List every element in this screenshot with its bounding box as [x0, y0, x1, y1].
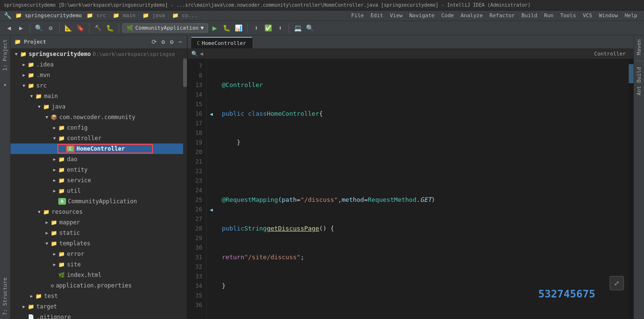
debug-button[interactable]: 🐛: [221, 23, 232, 33]
tree-item-mapper[interactable]: ▶ 📁 mapper: [11, 217, 187, 228]
vcs-push-btn[interactable]: ⬆: [275, 23, 285, 33]
folder-icon: 📁: [28, 304, 34, 310]
toolbar-back-btn[interactable]: ◀: [4, 23, 14, 33]
code-container[interactable]: 7 8 13 14 15 16 17 18 19 20 21 22 23 24 …: [187, 59, 633, 319]
tree-label: test: [44, 293, 58, 299]
toolbar-search-btn[interactable]: 🔍: [33, 23, 44, 33]
tree-path: D:\work\workspace\springse: [93, 51, 175, 57]
tree-item-controller[interactable]: ▼ 📁 controller: [11, 133, 187, 143]
folder-icon: 📁: [20, 51, 27, 57]
folder-icon: 📁: [58, 167, 65, 173]
maven-tab[interactable]: Maven: [634, 35, 644, 59]
vcs-menu[interactable]: VCS: [580, 11, 595, 20]
tree-item-com-nowcoder[interactable]: ▼ 📦 com.nowcoder.community: [11, 112, 187, 122]
folder-icon: 📁: [58, 135, 65, 142]
tree-item-springsecuritydemo[interactable]: ▼ 📁 springsecuritydemo D:\work\workspace…: [11, 49, 187, 59]
ant-build-tab[interactable]: Ant Build: [634, 63, 644, 99]
tree-item-templates[interactable]: ▼ 📁 templates: [11, 238, 187, 249]
toolbar-run-debug-btn[interactable]: 🐛: [105, 23, 115, 33]
coverage-button[interactable]: 📊: [233, 23, 244, 33]
tree-item-idea[interactable]: ▶ 📁 .idea: [11, 59, 187, 70]
tree-item-main[interactable]: ▼ 📁 main: [11, 91, 187, 101]
tree-item-site[interactable]: ▶ 📁 site: [11, 259, 187, 270]
tree-item-target[interactable]: ▶ 📁 target: [11, 301, 187, 312]
folder-icon: 📁: [51, 230, 57, 236]
tree-item-test[interactable]: ▶ 📁 test: [11, 291, 187, 301]
tree-item-static[interactable]: ▶ 📁 static: [11, 228, 187, 238]
code-content[interactable]: @Controller public class HomeController …: [216, 59, 633, 319]
tree-item-community-app[interactable]: A CommunityApplication: [11, 196, 187, 207]
toolbar-structure-btn[interactable]: 📐: [63, 23, 74, 33]
code-line-15: @RequestMapping(path = "/discuss", metho…: [222, 195, 633, 205]
tree-item-app-props[interactable]: ⚙ application.properties: [11, 280, 187, 291]
tree-item-homecontroller[interactable]: C HomeController: [11, 143, 187, 154]
tree-item-index-html[interactable]: 🌿 index.html: [11, 270, 187, 280]
toolbar-forward-btn[interactable]: ▶: [16, 23, 26, 33]
breadcrumb-back[interactable]: ◀: [200, 51, 203, 57]
tree-label: mapper: [59, 219, 80, 226]
tree-item-mvn[interactable]: ▶ 📁 .mvn: [11, 70, 187, 80]
run-button[interactable]: ▶: [209, 23, 220, 33]
sidebar-collapse-icon[interactable]: ⚙: [161, 37, 166, 46]
tree-label: entity: [67, 166, 87, 173]
vcs-commit-btn[interactable]: ✅: [263, 23, 273, 33]
sidebar-sync-icon[interactable]: ⟳: [151, 37, 158, 46]
gutter-16: ◀: [207, 109, 216, 119]
editor-tab-homecontroller[interactable]: C HomeController: [191, 37, 252, 48]
folder-icon: 📁: [28, 83, 34, 89]
sidebar-scrollbar[interactable]: [183, 49, 187, 319]
tree-item-service[interactable]: ▶ 📁 service: [11, 175, 187, 186]
tree-arrow: ▶: [51, 178, 58, 183]
toolbar: ◀ ▶ 🔍 ⚙ 📐 🔖 🔨 🐛 🌿 CommunityApplication ▼…: [0, 21, 644, 35]
window-menu[interactable]: Window: [596, 11, 621, 20]
editor-scrollbar[interactable]: [629, 59, 633, 319]
code-menu[interactable]: Code: [438, 11, 457, 20]
vcs-update-btn[interactable]: ⬇: [251, 23, 262, 33]
analyze-menu[interactable]: Analyze: [458, 11, 485, 20]
search-everywhere-btn[interactable]: 🔍: [305, 23, 315, 33]
line-18: 18: [187, 128, 206, 138]
refactor-menu[interactable]: Refactor: [487, 11, 518, 20]
project-tab[interactable]: 1: Project: [0, 35, 10, 75]
sidebar-settings-icon[interactable]: ⚙: [169, 37, 175, 46]
tree-item-util[interactable]: ▶ 📁 util: [11, 186, 187, 196]
tree-item-error[interactable]: ▶ 📁 error: [11, 249, 187, 259]
gutter-22: [207, 166, 216, 176]
run-config-selector[interactable]: 🌿 CommunityApplication ▼: [122, 23, 208, 33]
navigate-menu[interactable]: Navigate: [406, 11, 437, 20]
run-menu[interactable]: Run: [541, 11, 557, 20]
code-line-17: return "/site/discuss";: [222, 253, 633, 262]
tree-label: src: [36, 82, 47, 89]
tree-item-resources[interactable]: ▼ 📁 resources: [11, 207, 187, 217]
tree-label: error: [67, 251, 84, 257]
structure-tab[interactable]: 7: Structure: [0, 274, 10, 319]
tools-menu[interactable]: Tools: [557, 11, 579, 20]
gutter-34: [207, 281, 216, 291]
terminal-btn[interactable]: 💻: [293, 23, 303, 33]
edit-menu[interactable]: Edit: [368, 11, 386, 20]
gutter-28: [207, 224, 216, 233]
tree-item-gitignore[interactable]: 📄 .gitignore: [11, 312, 187, 319]
scroll-map: [629, 59, 633, 319]
tab-icon: C: [197, 41, 200, 46]
tree-item-config[interactable]: ▶ 📁 config: [11, 122, 187, 133]
sidebar-close-icon[interactable]: −: [177, 37, 183, 46]
toolbar-settings-btn[interactable]: ⚙: [45, 23, 56, 33]
view-menu[interactable]: View: [387, 11, 405, 20]
build-menu[interactable]: Build: [519, 11, 540, 20]
line-35: 35: [187, 291, 206, 300]
toolbar-build-project-btn[interactable]: 🔨: [93, 23, 103, 33]
code-line-19: [222, 310, 633, 319]
tree-arrow: ▼: [43, 241, 51, 246]
toolbar-bookmark-btn[interactable]: 🔖: [75, 23, 86, 33]
app-icon: 🔧: [4, 12, 11, 19]
line-32: 32: [187, 262, 206, 272]
favorites-tab[interactable]: ★: [0, 78, 10, 92]
tree-item-entity[interactable]: ▶ 📁 entity: [11, 165, 187, 175]
help-menu[interactable]: Help: [622, 11, 641, 20]
tree-item-java[interactable]: ▼ 📁 java: [11, 101, 187, 112]
scrollbar-thumb[interactable]: [183, 58, 187, 87]
tree-item-dao[interactable]: ▶ 📁 dao: [11, 154, 187, 165]
file-menu[interactable]: File: [348, 11, 367, 20]
tree-item-src[interactable]: ▼ 📁 src: [11, 80, 187, 91]
